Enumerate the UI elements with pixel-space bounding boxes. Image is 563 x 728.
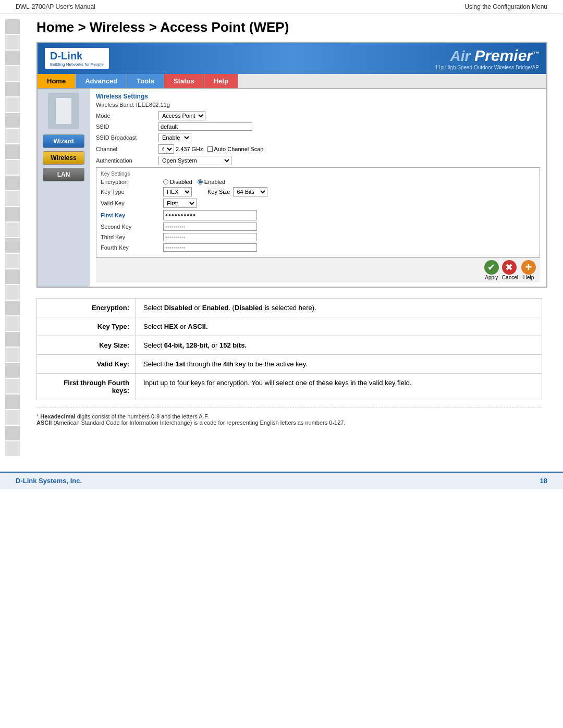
fourthkey-input[interactable] xyxy=(163,243,257,252)
description-table: Encryption: Select Disabled or Enabled. … xyxy=(36,298,542,400)
secondkey-label: Second Key xyxy=(101,224,163,230)
auto-channel-label: Auto Channel Scan xyxy=(214,146,264,152)
wireless-button[interactable]: Wireless xyxy=(43,151,84,165)
wizard-button[interactable]: Wizard xyxy=(43,134,84,148)
cancel-label: Cancel xyxy=(502,275,518,280)
nav-bar: Home Advanced Tools Status Help xyxy=(38,74,546,89)
channel-row: Channel 6 2.437 GHz Auto Channel Scan xyxy=(96,144,540,154)
ssid-input[interactable] xyxy=(158,122,252,131)
device-panel: D-Link Building Networks for People Air … xyxy=(36,42,547,288)
thirdkey-input[interactable] xyxy=(163,233,257,241)
page-footer: D-Link Systems, Inc. 18 xyxy=(0,472,563,489)
settings-area: Wireless Settings Wireless Band: IEEE802… xyxy=(90,89,546,287)
nav-tools[interactable]: Tools xyxy=(127,74,164,88)
ssid-row: SSID xyxy=(96,122,540,131)
encryption-disabled-label: Disabled xyxy=(170,179,192,185)
mode-select[interactable]: Access Point xyxy=(158,111,205,120)
channel-label: Channel xyxy=(96,146,158,152)
thirdkey-row: Third Key xyxy=(101,233,535,241)
auth-select[interactable]: Open System xyxy=(158,156,231,165)
auto-channel-scan-item: Auto Channel Scan xyxy=(207,146,264,152)
desc-label-validkey: Valid Key: xyxy=(37,355,136,373)
ssid-broadcast-row: SSID Broadcast Enable Disable xyxy=(96,133,540,142)
section-title-header: Using the Configuration Menu xyxy=(464,3,547,10)
desc-label-encryption: Encryption: xyxy=(37,299,136,317)
fourthkey-label: Fourth Key xyxy=(101,244,163,251)
desc-value-keys: Input up to four keys for encryption. Yo… xyxy=(136,374,542,400)
dlink-header: D-Link Building Networks for People Air … xyxy=(38,43,546,74)
keysize-select[interactable]: 64 Bits 128 Bits 152 Bits xyxy=(233,187,267,196)
fourthkey-row: Fourth Key xyxy=(101,243,535,252)
keytype-select[interactable]: HEX ASCII xyxy=(163,187,192,196)
desc-label-keytype: Key Type: xyxy=(37,317,136,336)
desc-label-keys: First through Fourth keys: xyxy=(37,374,136,400)
channel-select[interactable]: 6 xyxy=(158,144,174,154)
secondkey-row: Second Key xyxy=(101,223,535,231)
dlink-logo-sub: Building Networks for People xyxy=(50,62,104,67)
desc-row-keytype: Key Type: Select HEX or ASCII. xyxy=(37,317,542,336)
thirdkey-label: Third Key xyxy=(101,234,163,240)
encryption-disabled-radio[interactable] xyxy=(163,179,168,184)
encryption-enabled-item: Enabled xyxy=(198,179,225,185)
air-premier-branding: Air Premier™ 11g High Speed Outdoor Wire… xyxy=(435,47,539,70)
mode-label: Mode xyxy=(96,113,158,119)
air-premier-sub: 11g High Speed Outdoor Wireless Bridge/A… xyxy=(435,65,539,70)
footnote-2: ASCII (American Standard Code for Inform… xyxy=(36,419,542,426)
footnote-1: * Hexadecimal digits consist of the numb… xyxy=(36,413,542,419)
key-settings-title: Key Settings xyxy=(101,171,535,177)
auto-channel-checkbox[interactable] xyxy=(207,146,213,152)
device-image xyxy=(48,93,79,129)
keytype-label: Key Type xyxy=(101,189,163,195)
desc-value-validkey: Select the 1st through the 4th key to be… xyxy=(136,355,542,373)
channel-freq: 2.437 GHz xyxy=(176,146,203,152)
help-action: + Help xyxy=(521,260,536,280)
apply-action: ✔ Apply xyxy=(484,260,499,280)
desc-row-encryption: Encryption: Select Disabled or Enabled. … xyxy=(37,299,542,317)
key-settings-box: Key Settings Encryption Disabled xyxy=(96,167,540,257)
secondkey-input[interactable] xyxy=(163,223,257,231)
page-header: DWL-2700AP User's Manual Using the Confi… xyxy=(0,0,563,14)
encryption-label: Encryption xyxy=(101,179,163,185)
ssid-broadcast-select[interactable]: Enable Disable xyxy=(158,133,191,142)
left-sidebar: Wizard Wireless LAN xyxy=(38,89,90,287)
apply-button[interactable]: ✔ xyxy=(484,260,499,275)
lan-button[interactable]: LAN xyxy=(43,168,84,181)
nav-home[interactable]: Home xyxy=(38,74,76,88)
desc-row-keys: First through Fourth keys: Input up to f… xyxy=(37,374,542,400)
desc-value-keysize: Select 64-bit, 128-bit, or 152 bits. xyxy=(136,336,542,354)
panel-body: Wizard Wireless LAN Wireless Settings Wi… xyxy=(38,89,546,287)
ssid-label: SSID xyxy=(96,124,158,130)
nav-help[interactable]: Help xyxy=(204,74,238,88)
action-bar: ✔ Apply ✖ Cancel + Help xyxy=(96,257,540,282)
validkey-label: Valid Key xyxy=(101,200,163,206)
encryption-row: Encryption Disabled Enabled xyxy=(101,179,535,185)
footer-company: D-Link Systems, Inc. xyxy=(16,477,82,485)
cancel-action: ✖ Cancel xyxy=(502,260,518,280)
side-decoration xyxy=(0,14,31,461)
apply-label: Apply xyxy=(484,275,499,280)
auth-label: Authentication xyxy=(96,157,158,164)
cancel-button[interactable]: ✖ xyxy=(502,260,517,275)
encryption-enabled-radio[interactable] xyxy=(198,179,203,184)
firstkey-input[interactable] xyxy=(163,210,257,220)
wireless-settings-title: Wireless Settings xyxy=(96,93,540,100)
encryption-disabled-item: Disabled xyxy=(163,179,192,185)
manual-title: DWL-2700AP User's Manual xyxy=(16,3,95,10)
nav-status[interactable]: Status xyxy=(164,74,204,88)
nav-advanced[interactable]: Advanced xyxy=(76,74,127,88)
desc-row-validkey: Valid Key: Select the 1st through the 4t… xyxy=(37,355,542,374)
page-title: Home > Wireless > Access Point (WEP) xyxy=(36,19,547,35)
desc-value-keytype: Select HEX or ASCII. xyxy=(136,317,542,336)
validkey-row: Valid Key First Second Third Fourth xyxy=(101,199,535,208)
firstkey-label: First Key xyxy=(101,212,163,218)
mode-row: Mode Access Point xyxy=(96,111,540,120)
keysize-label: Key Size xyxy=(207,189,230,195)
validkey-select[interactable]: First Second Third Fourth xyxy=(163,199,197,208)
desc-value-encryption: Select Disabled or Enabled. (Disabled is… xyxy=(136,299,542,317)
wireless-band: Wireless Band: IEEE802.11g xyxy=(96,102,540,108)
desc-row-keysize: Key Size: Select 64-bit, 128-bit, or 152… xyxy=(37,336,542,355)
desc-label-keysize: Key Size: xyxy=(37,336,136,354)
air-premier-title: Air Premier™ xyxy=(435,47,539,65)
footnotes: * Hexadecimal digits consist of the numb… xyxy=(36,408,542,426)
help-button[interactable]: + xyxy=(521,260,536,275)
